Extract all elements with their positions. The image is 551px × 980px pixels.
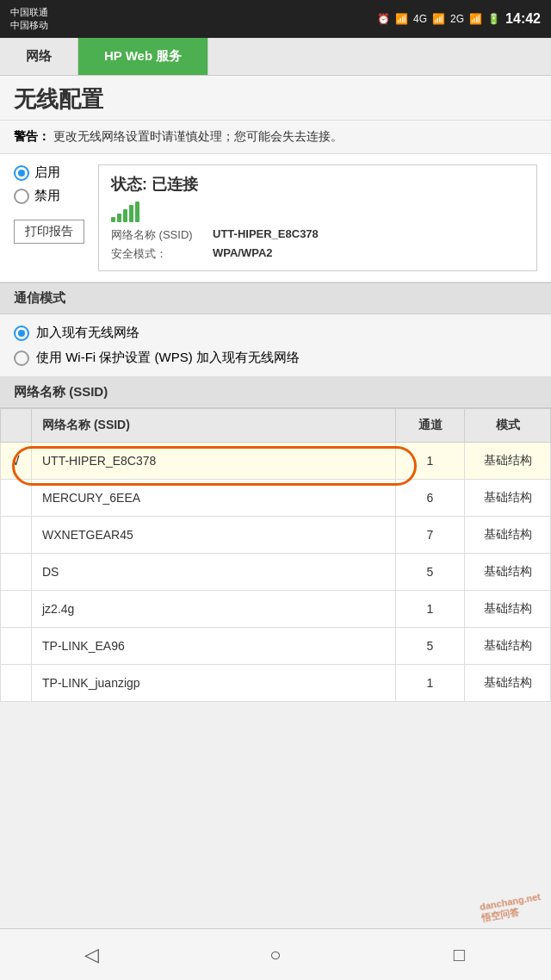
tab-hp-web[interactable]: HP Web 服务 — [78, 38, 208, 75]
cell-channel: 1 — [396, 443, 465, 480]
cell-check — [1, 628, 32, 665]
page-header: 无线配置 — [0, 76, 551, 121]
cell-check — [1, 665, 32, 702]
comm-mode-section: 加入现有无线网络 使用 Wi-Fi 保护设置 (WPS) 加入现有无线网络 — [0, 314, 551, 377]
carrier2: 中国移动 — [10, 19, 48, 32]
connection-info-box: 状态: 已连接 网络名称 (SSID) UTT-HIPER_E8C378 安全模… — [98, 164, 537, 271]
connection-section: 启用 禁用 打印报告 状态: 已连接 网络名称 (SSID) UTT-HIPER… — [0, 154, 551, 282]
tab-bar: 网络 HP Web 服务 — [0, 38, 551, 76]
cell-mode: 基础结构 — [465, 628, 551, 665]
home-button[interactable]: ○ — [250, 938, 301, 972]
table-row[interactable]: MERCURY_6EEA6基础结构 — [1, 480, 551, 517]
table-row[interactable]: WXNETGEAR457基础结构 — [1, 517, 551, 554]
cell-mode: 基础结构 — [465, 665, 551, 702]
warning-box: 警告： 更改无线网络设置时请谨慎处理；您可能会失去连接。 — [0, 121, 551, 154]
cell-ssid: DS — [32, 554, 396, 591]
cell-ssid: MERCURY_6EEA — [32, 480, 396, 517]
security-row: 安全模式： WPA/WPA2 — [111, 246, 524, 262]
warning-text: 更改无线网络设置时请谨慎处理；您可能会失去连接。 — [53, 129, 343, 143]
warning-label: 警告： — [14, 129, 50, 143]
table-row[interactable]: DS5基础结构 — [1, 554, 551, 591]
ssid-section-header: 网络名称 (SSID) — [0, 377, 551, 408]
table-header-row: 网络名称 (SSID) 通道 模式 — [1, 409, 551, 443]
wifi-icon: 📶 — [395, 13, 408, 25]
security-label: 安全模式： — [111, 246, 206, 262]
cell-ssid: WXNETGEAR45 — [32, 517, 396, 554]
tab-network[interactable]: 网络 — [0, 38, 78, 75]
watermark-line1: danchang.net — [480, 891, 542, 912]
col-mode: 模式 — [465, 409, 551, 443]
radio-enable-label: 启用 — [34, 164, 60, 181]
ssid-value: UTT-HIPER_E8C378 — [213, 227, 319, 243]
table-row[interactable]: √UTT-HIPER_E8C3781基础结构 — [1, 443, 551, 480]
comm-join-label: 加入现有无线网络 — [36, 325, 139, 341]
cell-channel: 5 — [396, 628, 465, 665]
ssid-row: 网络名称 (SSID) UTT-HIPER_E8C378 — [111, 227, 524, 243]
bottom-nav: ◁ ○ □ — [0, 928, 551, 980]
cell-mode: 基础结构 — [465, 554, 551, 591]
network-table-container: 网络名称 (SSID) 通道 模式 √UTT-HIPER_E8C3781基础结构… — [0, 408, 551, 702]
cell-channel: 5 — [396, 554, 465, 591]
print-button[interactable]: 打印报告 — [14, 220, 84, 244]
radio-enable-circle[interactable] — [14, 165, 29, 181]
ssid-label: 网络名称 (SSID) — [111, 227, 206, 243]
cell-check: √ — [1, 443, 32, 480]
cell-check — [1, 554, 32, 591]
cell-check — [1, 591, 32, 628]
table-row[interactable]: jz2.4g1基础结构 — [1, 591, 551, 628]
table-row[interactable]: TP-LINK_juanzigp1基础结构 — [1, 665, 551, 702]
cell-check — [1, 517, 32, 554]
status-time: 14:42 — [505, 11, 541, 27]
signal-icon2: 📶 — [469, 13, 482, 25]
radio-disable[interactable]: 禁用 — [14, 188, 84, 204]
comm-option-wps[interactable]: 使用 Wi-Fi 保护设置 (WPS) 加入现有无线网络 — [14, 350, 537, 366]
cell-channel: 1 — [396, 591, 465, 628]
page-title: 无线配置 — [14, 84, 537, 115]
watermark-line2: 悟空问答 — [481, 902, 544, 925]
back-button[interactable]: ◁ — [66, 938, 118, 972]
table-row[interactable]: TP-LINK_EA965基础结构 — [1, 628, 551, 665]
clock-icon: ⏰ — [377, 13, 390, 25]
radio-disable-circle[interactable] — [14, 189, 29, 204]
cell-mode: 基础结构 — [465, 517, 551, 554]
cell-ssid: TP-LINK_juanzigp — [32, 665, 396, 702]
wifi-signal-icon — [111, 202, 139, 222]
recent-button[interactable]: □ — [433, 938, 485, 972]
cell-mode: 基础结构 — [465, 443, 551, 480]
network-table: 网络名称 (SSID) 通道 模式 √UTT-HIPER_E8C3781基础结构… — [0, 408, 551, 702]
comm-mode-header: 通信模式 — [0, 282, 551, 314]
radio-group: 启用 禁用 打印报告 — [14, 164, 84, 271]
col-channel: 通道 — [396, 409, 465, 443]
battery-icon: 🔋 — [487, 13, 500, 25]
cell-ssid: jz2.4g — [32, 591, 396, 628]
cell-channel: 6 — [396, 480, 465, 517]
cell-ssid: TP-LINK_EA96 — [32, 628, 396, 665]
network-4g: 4G — [413, 13, 427, 25]
radio-enable[interactable]: 启用 — [14, 164, 84, 181]
connection-status: 状态: 已连接 — [111, 174, 524, 195]
comm-wps-label: 使用 Wi-Fi 保护设置 (WPS) 加入现有无线网络 — [36, 350, 300, 366]
status-bar: 中国联通 中国移动 ⏰ 📶 4G 📶 2G 📶 🔋 14:42 — [0, 0, 551, 38]
cell-check — [1, 480, 32, 517]
cell-channel: 7 — [396, 517, 465, 554]
col-check — [1, 409, 32, 443]
carrier1: 中国联通 — [10, 6, 48, 19]
comm-radio-join[interactable] — [14, 326, 29, 341]
signal-row — [111, 202, 524, 222]
watermark: danchang.net 悟空问答 — [480, 891, 544, 925]
col-ssid: 网络名称 (SSID) — [32, 409, 396, 443]
cell-mode: 基础结构 — [465, 591, 551, 628]
comm-option-join[interactable]: 加入现有无线网络 — [14, 325, 537, 341]
cell-mode: 基础结构 — [465, 480, 551, 517]
signal-icon: 📶 — [432, 13, 445, 25]
network-2g: 2G — [450, 13, 464, 25]
carrier-info: 中国联通 中国移动 — [10, 6, 48, 33]
status-right: ⏰ 📶 4G 📶 2G 📶 🔋 14:42 — [377, 11, 541, 27]
security-value: WPA/WPA2 — [213, 246, 273, 262]
cell-channel: 1 — [396, 665, 465, 702]
radio-disable-label: 禁用 — [34, 188, 60, 204]
cell-ssid: UTT-HIPER_E8C378 — [32, 443, 396, 480]
comm-radio-wps[interactable] — [14, 350, 29, 366]
